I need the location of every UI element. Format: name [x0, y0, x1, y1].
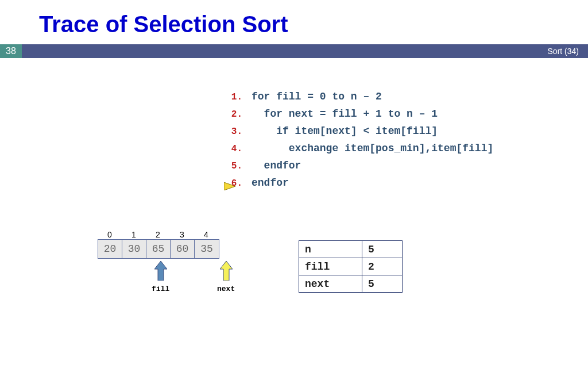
array-cell: 60	[171, 240, 195, 258]
title-band: 38 Sort (34)	[0, 44, 588, 58]
line-number: 3.	[225, 126, 252, 137]
array-visualization: 01234 2030656035 fillnext	[98, 230, 219, 293]
next-arrow-label: next	[217, 285, 235, 293]
next-arrow-icon: next	[217, 261, 235, 293]
pseudocode-line: 2. for next = fill + 1 to n – 1	[225, 108, 493, 125]
array-index: 4	[194, 230, 218, 239]
array-cell: 20	[98, 240, 122, 258]
pseudocode-line: 4. exchange item[pos_min],item[fill]	[225, 143, 493, 160]
variable-value: 5	[362, 241, 403, 258]
line-number: 1.	[225, 92, 252, 102]
variable-row: next5	[299, 275, 403, 293]
pseudocode-line: 3. if item[next] < item[fill]	[225, 125, 493, 143]
line-text: if item[next] < item[fill]	[252, 125, 438, 137]
slide-title: Trace of Selection Sort	[0, 0, 588, 44]
variables-table: n5fill2next5	[299, 240, 403, 293]
pseudocode-line: 5. endfor	[225, 160, 493, 177]
line-text: endfor	[252, 160, 301, 171]
variable-value: 2	[362, 258, 403, 275]
line-text: exchange item[pos_min],item[fill]	[252, 143, 493, 154]
line-text: for next = fill + 1 to n – 1	[252, 108, 438, 120]
pseudocode-line: 6.endfor	[225, 177, 493, 194]
line-number: 5.	[225, 161, 252, 171]
array-cell: 30	[122, 240, 146, 258]
variable-name: fill	[299, 258, 362, 275]
variable-value: 5	[362, 275, 403, 293]
line-text: endfor	[252, 177, 289, 189]
fill-arrow-icon: fill	[152, 261, 169, 293]
svg-marker-1	[154, 261, 167, 281]
array-index: 0	[98, 230, 122, 239]
variable-name: next	[299, 275, 362, 293]
band-right-label: Sort (34)	[548, 47, 579, 56]
array-index: 2	[146, 230, 170, 239]
pseudocode-block: 1.for fill = 0 to n – 22. for next = fil…	[225, 91, 493, 194]
line-text: for fill = 0 to n – 2	[252, 91, 382, 102]
array-cell: 65	[146, 240, 171, 258]
variable-name: n	[299, 241, 362, 258]
slide-number: 38	[0, 44, 22, 58]
array-index: 3	[170, 230, 194, 239]
array-index: 1	[122, 230, 146, 239]
line-number: 6.	[225, 178, 252, 189]
svg-marker-2	[220, 261, 233, 281]
array-cell: 35	[195, 240, 219, 258]
variable-row: fill2	[299, 258, 403, 275]
variable-row: n5	[299, 241, 403, 258]
fill-arrow-label: fill	[152, 285, 169, 293]
pseudocode-line: 1.for fill = 0 to n – 2	[225, 91, 493, 108]
line-number: 4.	[225, 144, 252, 154]
line-number: 2.	[225, 109, 252, 120]
